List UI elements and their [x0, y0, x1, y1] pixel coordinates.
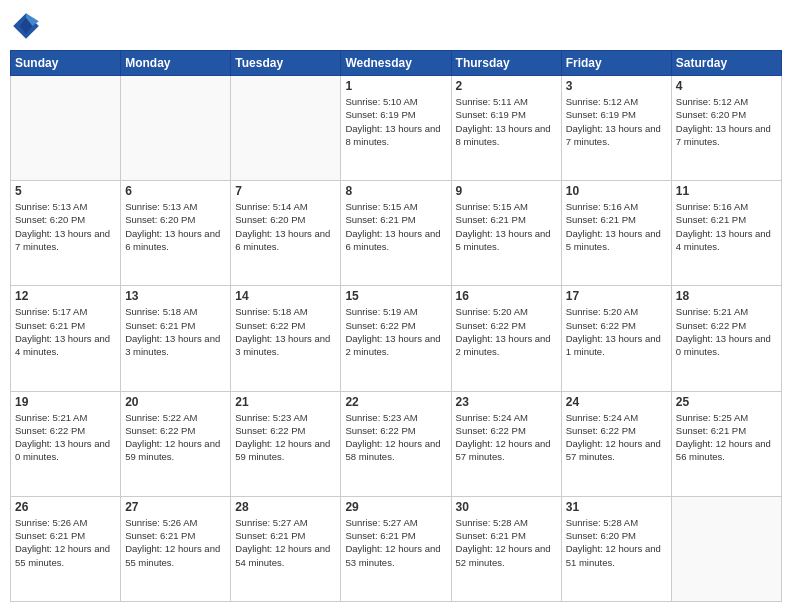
calendar-cell: 5Sunrise: 5:13 AM Sunset: 6:20 PM Daylig…	[11, 181, 121, 286]
cell-info: Sunrise: 5:13 AM Sunset: 6:20 PM Dayligh…	[15, 200, 116, 253]
cell-info: Sunrise: 5:18 AM Sunset: 6:22 PM Dayligh…	[235, 305, 336, 358]
weekday-header-wednesday: Wednesday	[341, 51, 451, 76]
weekday-header-saturday: Saturday	[671, 51, 781, 76]
calendar-table: SundayMondayTuesdayWednesdayThursdayFrid…	[10, 50, 782, 602]
day-number: 6	[125, 184, 226, 198]
cell-info: Sunrise: 5:22 AM Sunset: 6:22 PM Dayligh…	[125, 411, 226, 464]
week-row-0: 1Sunrise: 5:10 AM Sunset: 6:19 PM Daylig…	[11, 76, 782, 181]
logo-icon	[10, 10, 42, 42]
calendar-cell: 20Sunrise: 5:22 AM Sunset: 6:22 PM Dayli…	[121, 391, 231, 496]
day-number: 26	[15, 500, 116, 514]
day-number: 28	[235, 500, 336, 514]
day-number: 3	[566, 79, 667, 93]
cell-info: Sunrise: 5:28 AM Sunset: 6:20 PM Dayligh…	[566, 516, 667, 569]
cell-info: Sunrise: 5:15 AM Sunset: 6:21 PM Dayligh…	[345, 200, 446, 253]
day-number: 25	[676, 395, 777, 409]
calendar-cell: 2Sunrise: 5:11 AM Sunset: 6:19 PM Daylig…	[451, 76, 561, 181]
calendar-cell: 27Sunrise: 5:26 AM Sunset: 6:21 PM Dayli…	[121, 496, 231, 601]
cell-info: Sunrise: 5:26 AM Sunset: 6:21 PM Dayligh…	[125, 516, 226, 569]
calendar-cell: 8Sunrise: 5:15 AM Sunset: 6:21 PM Daylig…	[341, 181, 451, 286]
cell-info: Sunrise: 5:25 AM Sunset: 6:21 PM Dayligh…	[676, 411, 777, 464]
calendar-cell: 28Sunrise: 5:27 AM Sunset: 6:21 PM Dayli…	[231, 496, 341, 601]
calendar-cell	[11, 76, 121, 181]
week-row-4: 26Sunrise: 5:26 AM Sunset: 6:21 PM Dayli…	[11, 496, 782, 601]
header	[10, 10, 782, 42]
day-number: 31	[566, 500, 667, 514]
day-number: 20	[125, 395, 226, 409]
calendar-cell	[121, 76, 231, 181]
cell-info: Sunrise: 5:16 AM Sunset: 6:21 PM Dayligh…	[676, 200, 777, 253]
day-number: 13	[125, 289, 226, 303]
cell-info: Sunrise: 5:24 AM Sunset: 6:22 PM Dayligh…	[566, 411, 667, 464]
calendar-cell: 30Sunrise: 5:28 AM Sunset: 6:21 PM Dayli…	[451, 496, 561, 601]
cell-info: Sunrise: 5:12 AM Sunset: 6:20 PM Dayligh…	[676, 95, 777, 148]
day-number: 16	[456, 289, 557, 303]
day-number: 9	[456, 184, 557, 198]
cell-info: Sunrise: 5:12 AM Sunset: 6:19 PM Dayligh…	[566, 95, 667, 148]
calendar-cell: 25Sunrise: 5:25 AM Sunset: 6:21 PM Dayli…	[671, 391, 781, 496]
calendar-cell	[671, 496, 781, 601]
cell-info: Sunrise: 5:17 AM Sunset: 6:21 PM Dayligh…	[15, 305, 116, 358]
day-number: 24	[566, 395, 667, 409]
cell-info: Sunrise: 5:27 AM Sunset: 6:21 PM Dayligh…	[235, 516, 336, 569]
calendar-cell: 22Sunrise: 5:23 AM Sunset: 6:22 PM Dayli…	[341, 391, 451, 496]
day-number: 15	[345, 289, 446, 303]
page: SundayMondayTuesdayWednesdayThursdayFrid…	[0, 0, 792, 612]
calendar-cell: 9Sunrise: 5:15 AM Sunset: 6:21 PM Daylig…	[451, 181, 561, 286]
day-number: 2	[456, 79, 557, 93]
day-number: 8	[345, 184, 446, 198]
day-number: 27	[125, 500, 226, 514]
cell-info: Sunrise: 5:16 AM Sunset: 6:21 PM Dayligh…	[566, 200, 667, 253]
week-row-2: 12Sunrise: 5:17 AM Sunset: 6:21 PM Dayli…	[11, 286, 782, 391]
cell-info: Sunrise: 5:28 AM Sunset: 6:21 PM Dayligh…	[456, 516, 557, 569]
calendar-cell: 4Sunrise: 5:12 AM Sunset: 6:20 PM Daylig…	[671, 76, 781, 181]
cell-info: Sunrise: 5:20 AM Sunset: 6:22 PM Dayligh…	[566, 305, 667, 358]
day-number: 21	[235, 395, 336, 409]
calendar-cell: 3Sunrise: 5:12 AM Sunset: 6:19 PM Daylig…	[561, 76, 671, 181]
calendar-cell: 24Sunrise: 5:24 AM Sunset: 6:22 PM Dayli…	[561, 391, 671, 496]
cell-info: Sunrise: 5:13 AM Sunset: 6:20 PM Dayligh…	[125, 200, 226, 253]
day-number: 7	[235, 184, 336, 198]
cell-info: Sunrise: 5:15 AM Sunset: 6:21 PM Dayligh…	[456, 200, 557, 253]
day-number: 18	[676, 289, 777, 303]
cell-info: Sunrise: 5:14 AM Sunset: 6:20 PM Dayligh…	[235, 200, 336, 253]
cell-info: Sunrise: 5:20 AM Sunset: 6:22 PM Dayligh…	[456, 305, 557, 358]
day-number: 11	[676, 184, 777, 198]
calendar-cell: 29Sunrise: 5:27 AM Sunset: 6:21 PM Dayli…	[341, 496, 451, 601]
day-number: 17	[566, 289, 667, 303]
week-row-3: 19Sunrise: 5:21 AM Sunset: 6:22 PM Dayli…	[11, 391, 782, 496]
calendar-cell: 7Sunrise: 5:14 AM Sunset: 6:20 PM Daylig…	[231, 181, 341, 286]
cell-info: Sunrise: 5:23 AM Sunset: 6:22 PM Dayligh…	[235, 411, 336, 464]
day-number: 30	[456, 500, 557, 514]
calendar-cell: 12Sunrise: 5:17 AM Sunset: 6:21 PM Dayli…	[11, 286, 121, 391]
calendar-cell: 15Sunrise: 5:19 AM Sunset: 6:22 PM Dayli…	[341, 286, 451, 391]
cell-info: Sunrise: 5:10 AM Sunset: 6:19 PM Dayligh…	[345, 95, 446, 148]
day-number: 14	[235, 289, 336, 303]
cell-info: Sunrise: 5:24 AM Sunset: 6:22 PM Dayligh…	[456, 411, 557, 464]
calendar-cell: 17Sunrise: 5:20 AM Sunset: 6:22 PM Dayli…	[561, 286, 671, 391]
cell-info: Sunrise: 5:11 AM Sunset: 6:19 PM Dayligh…	[456, 95, 557, 148]
weekday-header-row: SundayMondayTuesdayWednesdayThursdayFrid…	[11, 51, 782, 76]
weekday-header-tuesday: Tuesday	[231, 51, 341, 76]
cell-info: Sunrise: 5:21 AM Sunset: 6:22 PM Dayligh…	[15, 411, 116, 464]
calendar-cell: 31Sunrise: 5:28 AM Sunset: 6:20 PM Dayli…	[561, 496, 671, 601]
weekday-header-friday: Friday	[561, 51, 671, 76]
calendar-cell: 13Sunrise: 5:18 AM Sunset: 6:21 PM Dayli…	[121, 286, 231, 391]
day-number: 23	[456, 395, 557, 409]
day-number: 22	[345, 395, 446, 409]
day-number: 19	[15, 395, 116, 409]
weekday-header-monday: Monday	[121, 51, 231, 76]
calendar-cell: 11Sunrise: 5:16 AM Sunset: 6:21 PM Dayli…	[671, 181, 781, 286]
day-number: 10	[566, 184, 667, 198]
calendar-cell	[231, 76, 341, 181]
weekday-header-sunday: Sunday	[11, 51, 121, 76]
weekday-header-thursday: Thursday	[451, 51, 561, 76]
calendar-cell: 1Sunrise: 5:10 AM Sunset: 6:19 PM Daylig…	[341, 76, 451, 181]
cell-info: Sunrise: 5:18 AM Sunset: 6:21 PM Dayligh…	[125, 305, 226, 358]
day-number: 4	[676, 79, 777, 93]
calendar-cell: 18Sunrise: 5:21 AM Sunset: 6:22 PM Dayli…	[671, 286, 781, 391]
logo	[10, 10, 46, 42]
cell-info: Sunrise: 5:21 AM Sunset: 6:22 PM Dayligh…	[676, 305, 777, 358]
calendar-cell: 23Sunrise: 5:24 AM Sunset: 6:22 PM Dayli…	[451, 391, 561, 496]
calendar-cell: 21Sunrise: 5:23 AM Sunset: 6:22 PM Dayli…	[231, 391, 341, 496]
